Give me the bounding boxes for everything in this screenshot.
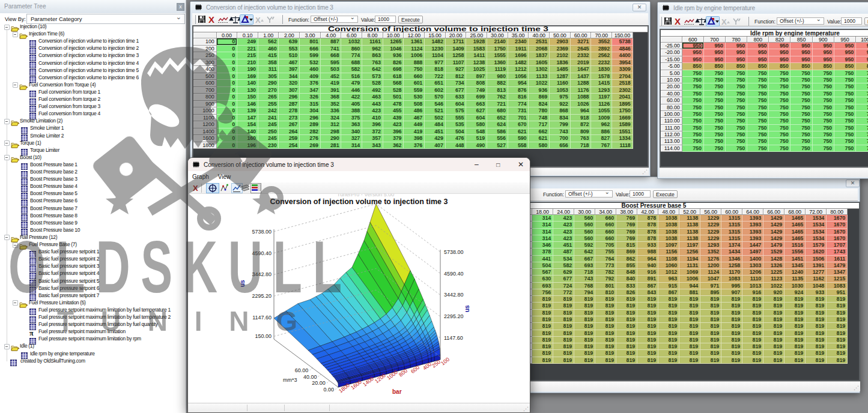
- svg-text:1147.60: 1147.60: [252, 315, 272, 321]
- svg-text:3442.80: 3442.80: [252, 271, 272, 277]
- svg-text:X: X: [255, 16, 261, 25]
- svg-text:0.00: 0.00: [323, 387, 334, 393]
- svg-text:X: X: [208, 14, 214, 25]
- svg-text:X: X: [675, 16, 681, 26]
- svg-text:100: 100: [440, 356, 451, 366]
- svg-text:150.00: 150.00: [255, 333, 272, 339]
- svg-text:20.00: 20.00: [312, 380, 326, 386]
- svg-text:us: us: [239, 280, 246, 287]
- svg-text:us: us: [464, 305, 470, 312]
- svg-text:X: X: [721, 17, 727, 26]
- svg-text:4590.40: 4590.40: [444, 271, 464, 277]
- svg-text:5738.00: 5738.00: [252, 229, 272, 235]
- svg-text:5738.00: 5738.00: [444, 249, 464, 255]
- svg-text:60.00: 60.00: [295, 367, 309, 373]
- svg-text:2295.20: 2295.20: [444, 313, 464, 319]
- svg-text:3442.80: 3442.80: [444, 292, 464, 298]
- svg-text:mm*3: mm*3: [283, 377, 297, 383]
- svg-text:1147.60: 1147.60: [444, 335, 463, 341]
- svg-text:40.00: 40.00: [303, 374, 317, 380]
- svg-text:bar: bar: [392, 388, 402, 395]
- svg-text:2295.20: 2295.20: [252, 293, 272, 299]
- svg-text:4590.40: 4590.40: [252, 250, 272, 256]
